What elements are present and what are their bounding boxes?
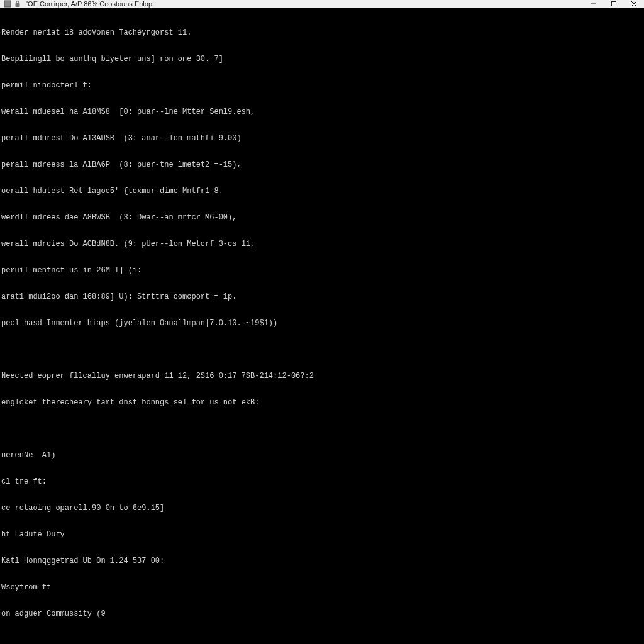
window-controls — [584, 0, 644, 8]
terminal-line: cl tre ft: — [1, 477, 643, 486]
terminal-line: pecl hasd Innenter hiaps (jyelalen Oanal… — [1, 319, 643, 328]
terminal-line: perall mdreess la AlBA6P (8: puer-tne lm… — [1, 160, 643, 169]
terminal-line: Neected eoprer fllcalluy enwerapard 11 1… — [1, 372, 643, 380]
terminal-line: peruil menfnct us in 26M l] (i: — [1, 266, 643, 275]
lock-icon — [14, 0, 21, 8]
terminal-line: werall mduesel ha A18MS8 [0: puar--lne M… — [1, 108, 643, 116]
svg-rect-1 — [16, 3, 20, 7]
terminal-line: Katl Honnqggetrad Ub On 1.24 537 00: — [1, 557, 643, 565]
terminal-line: Render neriat 18 adoVonen Tachéyrgorst 1… — [1, 28, 643, 37]
minimize-button[interactable] — [584, 0, 604, 8]
window-title: 'OE Conlirper, A/P 86% Ceostouns Enlop — [25, 0, 152, 8]
svg-rect-0 — [4, 1, 11, 7]
terminal-line: oerall hdutest Ret_1agoc5' {texmur-dimo … — [1, 187, 643, 196]
svg-rect-3 — [612, 2, 616, 6]
terminal-line: Wseyfrom ft — [1, 583, 643, 592]
terminal-line: werdll mdrees dae A8BWSB (3: Dwar--an mr… — [1, 213, 643, 222]
titlebar-icon-group — [0, 0, 25, 8]
terminal-blank-line — [1, 425, 643, 433]
titlebar[interactable]: 'OE Conlirper, A/P 86% Ceostouns Enlop — [0, 0, 644, 8]
maximize-button[interactable] — [604, 0, 624, 8]
close-button[interactable] — [624, 0, 644, 8]
terminal-line: ce retaoing oparell.90 0n to 6e9.15] — [1, 504, 643, 513]
terminal-line: perall mdurest Do A13AUSB (3: anar--lon … — [1, 134, 643, 143]
terminal-line: ht Ladute Ouгy — [1, 530, 643, 539]
app-window: 'OE Conlirper, A/P 86% Ceostouns Enlop R… — [0, 0, 644, 644]
terminal-line: Beoplilngll bo aunthq_biyeter_uns] ron o… — [1, 55, 643, 64]
terminal-line: englcket therecheary tart dnst bonngs se… — [1, 398, 643, 407]
terminal-line: permil nindocterl f: — [1, 81, 643, 90]
terminal-viewport[interactable]: Render neriat 18 adoVonen Tachéyrgorst 1… — [0, 8, 644, 644]
terminal-blank-line — [1, 345, 643, 354]
terminal-line: nerenNe A1) — [1, 451, 643, 460]
app-icon — [4, 0, 11, 8]
terminal-line: arat1 mdui2oo dan 168:89] U): Strttra co… — [1, 292, 643, 301]
terminal-blank-line — [1, 636, 643, 644]
terminal-line: on adguer Commussity (9 — [1, 609, 643, 618]
terminal-line: werall mdrcies Do ACBdN8B. (9: pUer--lon… — [1, 240, 643, 248]
